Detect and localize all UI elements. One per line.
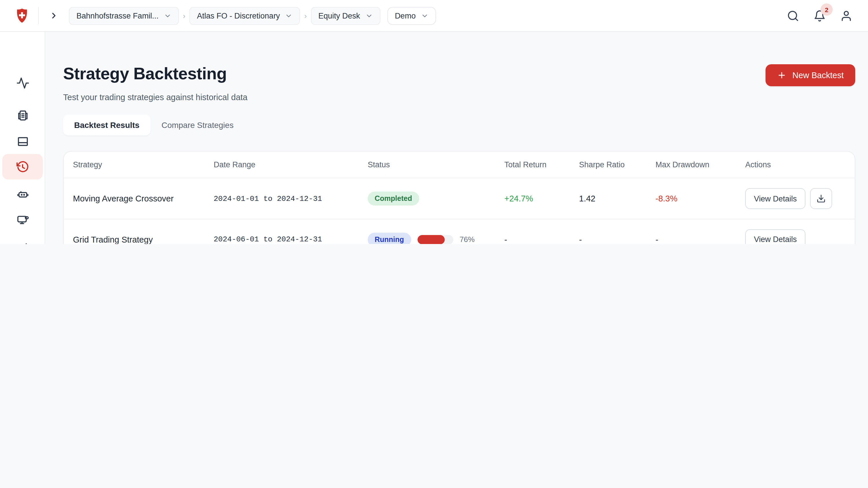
breadcrumb-entity-label: Bahnhofstrasse Famil... xyxy=(76,11,159,20)
progress-percent: 76% xyxy=(460,235,474,244)
top-bar: Bahnhofstrasse Famil... › Atlas FO - Dis… xyxy=(0,0,868,32)
chevron-down-icon xyxy=(365,12,373,20)
news-icon xyxy=(16,108,29,122)
breadcrumb-separator: › xyxy=(183,11,186,20)
chevron-down-icon xyxy=(164,12,172,20)
tray-icon xyxy=(16,135,29,148)
chevron-down-icon xyxy=(285,12,293,20)
backtests-table: Strategy Date Range Status Total Return … xyxy=(63,151,855,244)
sidebar-expand-chevron[interactable] xyxy=(47,9,61,23)
search-icon xyxy=(787,9,799,22)
table-row: Grid Trading Strategy 2024-06-01 to 2024… xyxy=(64,219,855,244)
view-details-button[interactable]: View Details xyxy=(745,188,805,209)
sharpe-ratio-value: 1.42 xyxy=(579,194,655,203)
table-header-row: Strategy Date Range Status Total Return … xyxy=(64,152,855,178)
divider xyxy=(38,7,39,24)
strategy-name: Moving Average Crossover xyxy=(73,194,214,203)
tab-backtest-results[interactable]: Backtest Results xyxy=(63,115,151,135)
col-sharpe-ratio: Sharpe Ratio xyxy=(579,160,655,169)
app-window: Bahnhofstrasse Famil... › Atlas FO - Dis… xyxy=(0,0,868,244)
col-max-drawdown: Max Drawdown xyxy=(655,160,745,169)
monitor-icon xyxy=(16,213,29,226)
progress-bar xyxy=(417,235,453,244)
main-content: Strategy Backtesting Test your trading s… xyxy=(45,32,868,244)
new-backtest-button[interactable]: New Backtest xyxy=(766,64,855,86)
sidebar-item-tray[interactable] xyxy=(2,129,43,154)
notifications-button[interactable]: 2 xyxy=(812,9,826,23)
chevron-right-icon xyxy=(49,11,59,20)
history-icon xyxy=(16,160,30,174)
view-details-button[interactable]: View Details xyxy=(745,229,805,244)
robot-icon xyxy=(16,187,29,201)
breadcrumb-separator: › xyxy=(304,11,307,20)
date-range: 2024-06-01 to 2024-12-31 xyxy=(214,235,368,244)
bar-chart-icon xyxy=(16,240,29,244)
strategy-name: Grid Trading Strategy xyxy=(73,235,214,244)
plus-icon xyxy=(777,71,787,80)
sidebar-item-monitor[interactable] xyxy=(2,207,43,232)
sharpe-ratio-value: - xyxy=(579,235,655,244)
breadcrumb-desk-dropdown[interactable]: Equity Desk xyxy=(311,7,380,25)
col-date-range: Date Range xyxy=(214,160,368,169)
date-range: 2024-01-01 to 2024-12-31 xyxy=(214,194,368,203)
col-actions: Actions xyxy=(745,160,855,169)
sidebar-item-activity[interactable] xyxy=(2,70,43,96)
col-strategy: Strategy xyxy=(73,160,214,169)
notification-count-badge: 2 xyxy=(820,3,833,15)
brand-shield-logo xyxy=(14,7,30,24)
breadcrumb-portfolio-label: Atlas FO - Discretionary xyxy=(197,11,280,20)
page-title: Strategy Backtesting xyxy=(63,64,248,83)
download-report-button[interactable] xyxy=(810,188,832,209)
status-badge: Running xyxy=(368,232,411,244)
breadcrumb-entity-dropdown[interactable]: Bahnhofstrasse Famil... xyxy=(69,7,179,25)
chevron-down-icon xyxy=(421,12,429,20)
total-return-value: +24.7% xyxy=(504,194,579,203)
breadcrumb-portfolio-dropdown[interactable]: Atlas FO - Discretionary xyxy=(189,7,300,25)
environment-dropdown[interactable]: Demo xyxy=(388,7,436,25)
tab-bar: Backtest Results Compare Strategies xyxy=(63,115,855,135)
sidebar-item-analytics[interactable] xyxy=(2,234,43,244)
sidebar-item-backtesting[interactable] xyxy=(2,154,43,180)
sidebar-item-robot[interactable] xyxy=(2,181,43,207)
max-drawdown-value: - xyxy=(655,235,745,244)
breadcrumb-desk-label: Equity Desk xyxy=(318,11,360,20)
environment-label: Demo xyxy=(395,11,416,20)
col-status: Status xyxy=(368,160,504,169)
search-button[interactable] xyxy=(786,9,800,23)
col-total-return: Total Return xyxy=(504,160,579,169)
max-drawdown-value: -8.3% xyxy=(655,194,745,203)
topbar-actions: 2 xyxy=(786,9,853,23)
sidebar-item-news[interactable] xyxy=(2,102,43,128)
status-badge: Completed xyxy=(368,192,419,205)
sidebar-nav xyxy=(0,32,45,244)
activity-icon xyxy=(16,76,29,90)
user-menu-button[interactable] xyxy=(839,9,853,23)
total-return-value: - xyxy=(504,235,579,244)
page-subtitle: Test your trading strategies against his… xyxy=(63,93,248,102)
user-icon xyxy=(840,9,852,22)
table-row: Moving Average Crossover 2024-01-01 to 2… xyxy=(64,178,855,219)
download-icon xyxy=(816,194,826,203)
tab-compare-strategies[interactable]: Compare Strategies xyxy=(151,115,245,135)
